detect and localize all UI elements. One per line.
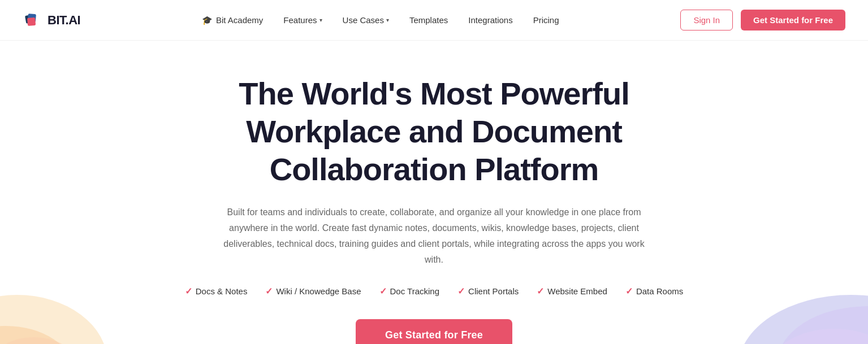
nav-links: 🎓 Bit Academy Features ▾ Use Cases ▾ Tem… (202, 15, 559, 25)
feature-data-rooms: ✓ Data Rooms (625, 286, 683, 297)
feature-wiki: ✓ Wiki / Knowedge Base (265, 286, 361, 297)
feature-label-tracking: Doc Tracking (390, 286, 440, 296)
feature-label-embed: Website Embed (547, 286, 607, 296)
feature-label-portals: Client Portals (468, 286, 519, 296)
nav-item-pricing[interactable]: Pricing (533, 15, 559, 25)
feature-label-wiki: Wiki / Knowedge Base (276, 286, 361, 296)
pricing-link[interactable]: Pricing (533, 15, 559, 25)
check-icon-tracking: ✓ (379, 286, 387, 297)
features-chevron-icon: ▾ (319, 17, 322, 23)
navbar: BIT.AI 🎓 Bit Academy Features ▾ Use Case… (0, 0, 868, 41)
check-icon-portals: ✓ (457, 286, 465, 297)
feature-label-docs: Docs & Notes (196, 286, 248, 296)
deco-left-shape (0, 272, 124, 344)
use-cases-chevron-icon: ▾ (386, 17, 389, 23)
feature-website-embed: ✓ Website Embed (537, 286, 607, 297)
feature-client-portals: ✓ Client Portals (457, 286, 519, 297)
features-link[interactable]: Features ▾ (283, 15, 322, 25)
academy-link[interactable]: 🎓 Bit Academy (202, 15, 263, 25)
nav-item-features[interactable]: Features ▾ (283, 15, 322, 25)
nav-item-academy[interactable]: 🎓 Bit Academy (202, 15, 263, 25)
feature-doc-tracking: ✓ Doc Tracking (379, 286, 440, 297)
hero-subtitle: Built for teams and individuals to creat… (219, 204, 649, 268)
hero-section: The World's Most Powerful Workplace and … (0, 41, 868, 344)
use-cases-link[interactable]: Use Cases ▾ (343, 15, 389, 25)
nav-item-integrations[interactable]: Integrations (468, 15, 512, 25)
feature-label-datarooms: Data Rooms (636, 286, 683, 296)
nav-item-use-cases[interactable]: Use Cases ▾ (343, 15, 389, 25)
integrations-link[interactable]: Integrations (468, 15, 512, 25)
nav-actions: Sign In Get Started for Free (680, 10, 845, 31)
logo-icon (23, 10, 43, 31)
getstarted-nav-button[interactable]: Get Started for Free (741, 10, 845, 31)
signin-button[interactable]: Sign In (680, 10, 733, 31)
logo[interactable]: BIT.AI (23, 10, 80, 31)
hero-title: The World's Most Powerful Workplace and … (180, 75, 689, 189)
templates-link[interactable]: Templates (409, 15, 448, 25)
hero-content: The World's Most Powerful Workplace and … (180, 75, 689, 344)
nav-item-templates[interactable]: Templates (409, 15, 448, 25)
features-list: ✓ Docs & Notes ✓ Wiki / Knowedge Base ✓ … (180, 286, 689, 297)
deco-right-shape (710, 261, 868, 344)
check-icon-datarooms: ✓ (625, 286, 633, 297)
academy-icon: 🎓 (202, 15, 213, 25)
check-icon-docs: ✓ (185, 286, 192, 297)
getstarted-hero-button[interactable]: Get Started for Free (356, 319, 512, 344)
check-icon-embed: ✓ (537, 286, 544, 297)
svg-rect-2 (27, 17, 36, 25)
feature-docs-notes: ✓ Docs & Notes (185, 286, 248, 297)
logo-text: BIT.AI (47, 13, 80, 28)
check-icon-wiki: ✓ (265, 286, 273, 297)
